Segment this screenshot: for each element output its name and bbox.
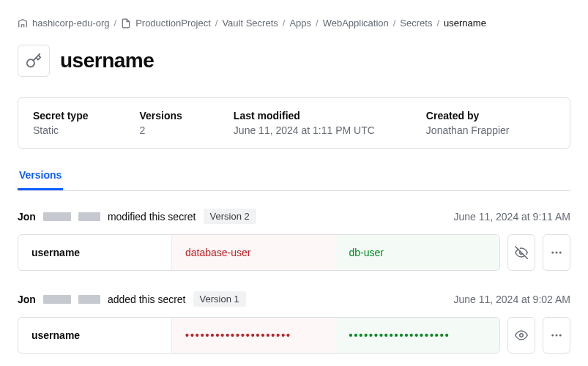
title-row: username (18, 45, 570, 77)
version-badge: Version 1 (193, 291, 246, 307)
entry-header: Jon modified this secret Version 2 June … (18, 209, 570, 224)
secret-table: username database-user db-user (18, 234, 500, 271)
breadcrumb: hashicorp-edu-org / ProductionProject / … (18, 18, 570, 29)
entry-timestamp: June 11, 2024 at 9:02 AM (453, 294, 570, 305)
redacted-text (43, 295, 71, 304)
org-icon (18, 18, 28, 29)
svg-point-6 (556, 335, 558, 337)
key-icon (18, 45, 50, 77)
redacted-text (78, 212, 100, 221)
secret-new-value: •••••••••••••••••••• (336, 318, 500, 353)
eye-icon (515, 329, 528, 342)
secret-old-value: database-user (172, 235, 336, 270)
breadcrumb-secrets[interactable]: Secrets (400, 18, 432, 29)
svg-point-1 (551, 252, 554, 254)
meta-modified-value: June 11, 2024 at 1:11 PM UTC (234, 124, 375, 136)
entry-header: Jon added this secret Version 1 June 11,… (18, 291, 570, 307)
meta-type-value: Static (33, 124, 88, 136)
meta-created-label: Created by (426, 110, 510, 122)
more-actions-button[interactable] (543, 317, 570, 354)
secret-old-value: ••••••••••••••••••••• (172, 318, 336, 353)
secret-table: username ••••••••••••••••••••• •••••••••… (18, 317, 500, 354)
meta-modified-label: Last modified (234, 110, 375, 122)
svg-point-5 (551, 335, 554, 337)
secret-row: username ••••••••••••••••••••• •••••••••… (18, 317, 570, 354)
breadcrumb-app[interactable]: WebApplication (323, 18, 389, 29)
breadcrumb-current: username (444, 18, 486, 29)
meta-card: Secret type Static Versions 2 Last modif… (18, 97, 570, 149)
breadcrumb-project[interactable]: ProductionProject (135, 18, 211, 29)
tab-versions[interactable]: Versions (18, 163, 63, 190)
dots-icon (550, 246, 563, 259)
breadcrumb-vault[interactable]: Vault Secrets (222, 18, 278, 29)
history-entry: Jon modified this secret Version 2 June … (18, 209, 570, 271)
svg-point-2 (556, 252, 558, 254)
redacted-text (78, 295, 100, 304)
svg-point-3 (559, 252, 562, 254)
secret-row: username database-user db-user (18, 234, 570, 271)
secret-new-value: db-user (336, 235, 500, 270)
breadcrumb-apps[interactable]: Apps (289, 18, 311, 29)
meta-versions-value: 2 (139, 124, 182, 136)
svg-point-4 (520, 334, 524, 337)
page-title: username (60, 49, 154, 72)
meta-type-label: Secret type (33, 110, 88, 122)
more-actions-button[interactable] (543, 234, 570, 271)
entry-action: modified this secret (108, 211, 196, 223)
svg-point-7 (559, 335, 562, 337)
secret-key: username (18, 318, 172, 353)
meta-created-value: Jonathan Frappier (426, 124, 510, 136)
eye-off-icon (515, 246, 528, 259)
entry-actor: Jon (18, 294, 36, 305)
redacted-text (43, 212, 71, 221)
history-entry: Jon added this secret Version 1 June 11,… (18, 291, 570, 354)
entry-actor: Jon (18, 211, 36, 223)
entry-timestamp: June 11, 2024 at 9:11 AM (453, 211, 570, 223)
breadcrumb-org[interactable]: hashicorp-edu-org (32, 18, 110, 29)
secret-key: username (18, 235, 172, 270)
project-icon (121, 18, 131, 29)
reveal-secret-button[interactable] (507, 317, 535, 354)
tabs: Versions (18, 163, 570, 191)
dots-icon (550, 329, 563, 342)
entry-action: added this secret (108, 294, 186, 305)
version-badge: Version 2 (204, 209, 256, 224)
meta-versions-label: Versions (139, 110, 182, 122)
hide-secret-button[interactable] (507, 234, 535, 271)
